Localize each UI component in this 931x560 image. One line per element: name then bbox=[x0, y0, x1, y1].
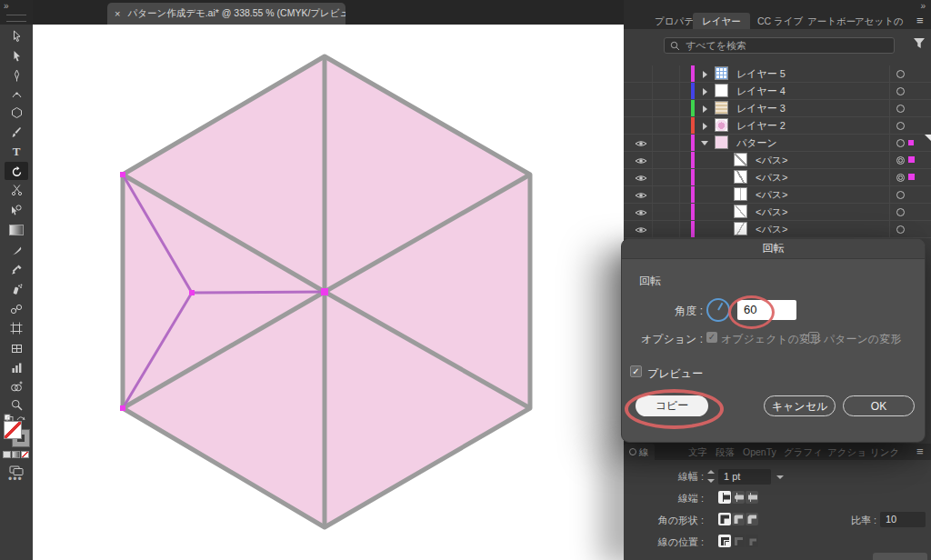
preview-checkbox[interactable]: ✓ bbox=[630, 365, 642, 377]
tab-actions[interactable]: アクショ bbox=[827, 444, 866, 460]
layer-row-pattern[interactable]: パターン bbox=[624, 135, 931, 152]
eye-icon[interactable] bbox=[635, 174, 647, 183]
hexagon-artwork[interactable] bbox=[33, 25, 624, 560]
direct-selection-tool[interactable] bbox=[5, 47, 28, 65]
chevron-down-icon[interactable] bbox=[701, 141, 708, 145]
target-double-circle-icon[interactable] bbox=[896, 174, 905, 182]
dialog-title[interactable]: 回転 bbox=[622, 239, 925, 259]
polygon-tool[interactable] bbox=[5, 104, 28, 122]
layer-thumbnail[interactable] bbox=[715, 101, 728, 115]
layer-row[interactable]: レイヤー 4 bbox=[624, 83, 931, 100]
tab-graphic-styles[interactable]: グラフィ bbox=[784, 444, 823, 460]
eye-icon[interactable] bbox=[635, 139, 647, 148]
column-graph-tool[interactable] bbox=[5, 358, 28, 376]
artboard-tool[interactable] bbox=[5, 319, 28, 337]
layer-thumbnail[interactable] bbox=[715, 118, 728, 132]
panel-menu-icon[interactable]: ≡ bbox=[916, 14, 924, 28]
layer-row[interactable]: レイヤー 3 bbox=[624, 100, 931, 117]
selection-square[interactable] bbox=[908, 174, 915, 180]
eye-icon[interactable] bbox=[635, 156, 647, 165]
selection-tool[interactable] bbox=[5, 27, 28, 45]
angle-dial[interactable] bbox=[706, 298, 730, 322]
shape-builder-tool[interactable] bbox=[5, 377, 28, 395]
path-name[interactable]: <パス> bbox=[756, 221, 787, 237]
collapse-dock-icon[interactable]: » bbox=[920, 2, 926, 11]
tab-artboards[interactable]: アートボー bbox=[807, 13, 856, 29]
path-thumbnail[interactable] bbox=[734, 187, 747, 201]
target-circle-icon[interactable] bbox=[896, 208, 905, 216]
eye-icon[interactable] bbox=[635, 208, 647, 217]
tab-character[interactable]: 文字 bbox=[688, 444, 707, 460]
tab-assets[interactable]: アセットの bbox=[855, 13, 904, 29]
target-circle-icon[interactable] bbox=[896, 191, 905, 199]
layer-thumbnail[interactable] bbox=[715, 135, 728, 149]
color-mode-button[interactable] bbox=[3, 451, 11, 458]
blend-tool[interactable] bbox=[5, 300, 28, 318]
tab-cc-libraries[interactable]: CC ライブ bbox=[757, 13, 803, 29]
path-thumbnail[interactable] bbox=[734, 222, 747, 235]
canvas-artboard[interactable] bbox=[33, 25, 624, 560]
type-tool[interactable]: T bbox=[5, 142, 28, 160]
cancel-button[interactable]: キャンセル bbox=[764, 395, 836, 416]
transform-pattern-checkbox[interactable] bbox=[808, 332, 819, 343]
miter-limit-input[interactable]: 10 bbox=[880, 512, 926, 527]
tab-paragraph[interactable]: 段落 bbox=[716, 444, 735, 460]
target-circle-icon[interactable] bbox=[896, 70, 905, 78]
path-row[interactable]: <パス> bbox=[624, 152, 931, 169]
join-round-button[interactable] bbox=[732, 513, 745, 525]
layer-thumbnail[interactable] bbox=[715, 84, 728, 97]
cap-butt-button[interactable] bbox=[718, 491, 731, 504]
knife-tool[interactable] bbox=[5, 241, 28, 259]
layer-name[interactable]: レイヤー 3 bbox=[736, 100, 786, 116]
layer-name[interactable]: レイヤー 5 bbox=[736, 65, 786, 82]
collapse-toolbar-icon[interactable]: » bbox=[4, 2, 9, 11]
gradient-tool[interactable] bbox=[5, 221, 28, 239]
path-thumbnail[interactable] bbox=[734, 170, 747, 184]
symbol-sprayer-tool[interactable] bbox=[5, 280, 28, 298]
path-name[interactable]: <パス> bbox=[756, 152, 787, 168]
chevron-right-icon[interactable] bbox=[703, 88, 707, 95]
selection-square[interactable] bbox=[908, 140, 914, 145]
target-circle-icon[interactable] bbox=[896, 87, 905, 95]
align-outside-button[interactable] bbox=[746, 535, 758, 547]
target-circle-icon[interactable] bbox=[896, 105, 905, 113]
chevron-right-icon[interactable] bbox=[703, 123, 707, 130]
filter-icon[interactable] bbox=[913, 37, 926, 49]
target-circle-icon[interactable] bbox=[896, 225, 905, 234]
curvature-tool[interactable] bbox=[5, 85, 28, 103]
layer-name[interactable]: レイヤー 4 bbox=[736, 83, 786, 99]
transform-objects-checkbox[interactable]: ✓ bbox=[706, 332, 717, 343]
slice-tool[interactable] bbox=[5, 339, 28, 357]
stroke-weight-input[interactable]: 1 pt bbox=[718, 469, 771, 485]
stepper-up-icon[interactable] bbox=[707, 470, 715, 474]
path-name[interactable]: <パス> bbox=[756, 204, 787, 220]
shaper-tool[interactable] bbox=[5, 201, 28, 219]
layer-name[interactable]: レイヤー 2 bbox=[736, 117, 786, 134]
rotate-tool[interactable] bbox=[5, 162, 28, 180]
target-circle-icon[interactable] bbox=[896, 139, 905, 147]
fill-color-swatch[interactable] bbox=[4, 421, 22, 439]
path-name[interactable]: <パス> bbox=[756, 169, 787, 185]
align-inside-button[interactable] bbox=[732, 535, 745, 547]
eyedropper-tool[interactable] bbox=[5, 260, 28, 278]
eye-icon[interactable] bbox=[635, 225, 647, 235]
path-name[interactable]: <パス> bbox=[756, 186, 787, 203]
scissors-tool[interactable] bbox=[5, 181, 28, 199]
chevron-right-icon[interactable] bbox=[703, 105, 707, 113]
path-thumbnail[interactable] bbox=[734, 205, 747, 218]
path-row[interactable]: <パス> bbox=[624, 204, 931, 221]
document-tab[interactable]: × パターン作成デモ.ai* @ 338.55 % (CMYK/プレビュー) bbox=[107, 3, 345, 25]
path-row[interactable]: <パス> bbox=[624, 186, 931, 204]
chevron-right-icon[interactable] bbox=[703, 71, 707, 78]
more-tools-button[interactable]: ••• bbox=[8, 473, 23, 485]
selection-square[interactable] bbox=[908, 156, 915, 163]
none-mode-button[interactable] bbox=[21, 451, 29, 458]
layer-name[interactable]: パターン bbox=[736, 135, 777, 151]
gradient-mode-button[interactable] bbox=[12, 451, 20, 458]
paintbrush-tool[interactable] bbox=[5, 123, 28, 141]
stepper-down-icon[interactable] bbox=[707, 479, 715, 483]
target-double-circle-icon[interactable] bbox=[896, 156, 905, 165]
pen-tool[interactable] bbox=[5, 66, 28, 85]
close-tab-icon[interactable]: × bbox=[115, 8, 120, 19]
weight-dropdown-icon[interactable] bbox=[776, 475, 784, 479]
